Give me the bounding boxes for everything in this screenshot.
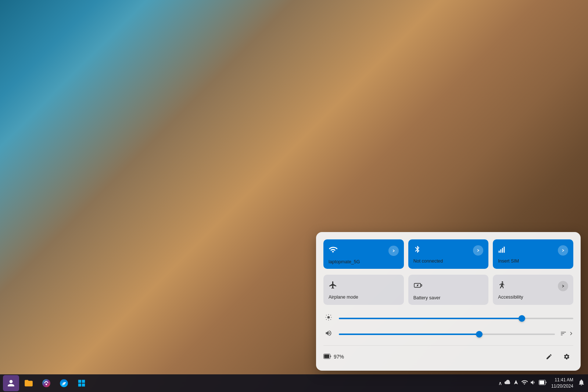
volume-extras xyxy=(560,330,573,338)
bluetooth-toggle[interactable]: Not connected xyxy=(408,239,489,269)
clock-time: 11:41 AM xyxy=(555,377,573,383)
toggle-row-2: Airplane mode Battery saver xyxy=(323,275,573,305)
accessibility-label: Accessibility xyxy=(498,295,568,300)
notification-bell-button[interactable] xyxy=(578,379,585,388)
svg-rect-1 xyxy=(501,249,502,253)
cellular-chevron-button[interactable] xyxy=(558,245,568,256)
panel-bottom: 97% xyxy=(323,345,573,363)
brightness-slider[interactable] xyxy=(339,315,573,322)
tray-expand-button[interactable]: ∧ xyxy=(498,380,502,386)
svg-rect-3 xyxy=(504,247,505,253)
volume-thumb[interactable] xyxy=(476,331,483,338)
tray-wifi-icon[interactable] xyxy=(521,379,528,387)
brightness-fill xyxy=(339,318,522,319)
panel-actions xyxy=(542,350,573,363)
taskbar-profile[interactable] xyxy=(3,375,19,391)
brightness-row xyxy=(323,314,573,323)
volume-chevron-icon[interactable] xyxy=(569,331,573,337)
svg-rect-13 xyxy=(78,384,81,386)
wifi-label: laptopmate_5G xyxy=(329,259,399,264)
volume-icon xyxy=(323,329,334,339)
svg-rect-2 xyxy=(502,248,503,253)
taskbar-copilot[interactable] xyxy=(38,375,54,391)
battery-saver-toggle[interactable]: Battery saver xyxy=(408,275,489,305)
battery-percent: 97% xyxy=(334,354,344,360)
taskbar-right: ∧ xyxy=(498,376,585,390)
toggle-row-1: laptopmate_5G Not connected xyxy=(323,239,573,269)
battery-saver-icon xyxy=(413,281,423,292)
volume-settings-icon xyxy=(560,330,567,338)
quick-settings-panel: laptopmate_5G Not connected xyxy=(316,232,581,371)
taskbar: ∧ xyxy=(0,374,588,392)
svg-rect-16 xyxy=(539,381,544,384)
tray-battery-icon[interactable] xyxy=(539,380,547,386)
cellular-label: Insert SIM xyxy=(498,259,568,264)
airplane-toggle[interactable]: Airplane mode xyxy=(323,275,404,305)
svg-rect-12 xyxy=(82,380,85,383)
accessibility-chevron-button[interactable] xyxy=(558,281,568,291)
clock[interactable]: 11:41 AM 11/20/2024 xyxy=(549,376,576,390)
cellular-icon xyxy=(498,245,506,256)
tray-volume-icon[interactable] xyxy=(530,379,537,387)
bluetooth-label: Not connected xyxy=(413,259,484,264)
svg-rect-11 xyxy=(78,380,81,383)
brightness-icon xyxy=(323,314,334,323)
svg-rect-0 xyxy=(499,251,500,253)
battery-status: 97% xyxy=(323,353,344,361)
svg-point-5 xyxy=(502,281,503,283)
bluetooth-chevron-button[interactable] xyxy=(473,245,483,256)
svg-point-10 xyxy=(46,384,47,385)
tray-location-icon[interactable] xyxy=(513,379,519,387)
taskbar-left xyxy=(3,375,90,391)
svg-point-6 xyxy=(327,316,330,319)
svg-rect-14 xyxy=(82,384,85,386)
wifi-chevron-button[interactable] xyxy=(388,246,399,256)
brightness-thumb[interactable] xyxy=(519,315,525,322)
wifi-toggle[interactable]: laptopmate_5G xyxy=(323,239,404,269)
taskbar-file-explorer[interactable] xyxy=(21,375,37,391)
volume-slider[interactable] xyxy=(339,331,555,338)
edit-button[interactable] xyxy=(542,350,556,363)
tray-weather-icon[interactable] xyxy=(504,379,511,387)
taskbar-edge[interactable] xyxy=(56,375,72,391)
cellular-toggle[interactable]: Insert SIM xyxy=(493,239,573,269)
wifi-icon xyxy=(329,245,337,256)
volume-fill xyxy=(339,334,479,335)
volume-section xyxy=(323,329,573,339)
taskbar-start[interactable] xyxy=(74,375,90,391)
settings-button[interactable] xyxy=(560,350,573,363)
airplane-icon xyxy=(329,281,337,292)
accessibility-toggle[interactable]: Accessibility xyxy=(493,275,573,305)
bluetooth-icon xyxy=(413,245,422,256)
brightness-section xyxy=(323,314,573,323)
airplane-label: Airplane mode xyxy=(329,295,399,300)
clock-date: 11/20/2024 xyxy=(551,383,573,389)
accessibility-icon xyxy=(498,281,507,292)
battery-saver-label: Battery saver xyxy=(413,295,484,300)
svg-rect-8 xyxy=(324,354,329,358)
svg-point-9 xyxy=(42,379,50,387)
volume-row xyxy=(323,329,573,339)
battery-icon xyxy=(323,353,331,361)
